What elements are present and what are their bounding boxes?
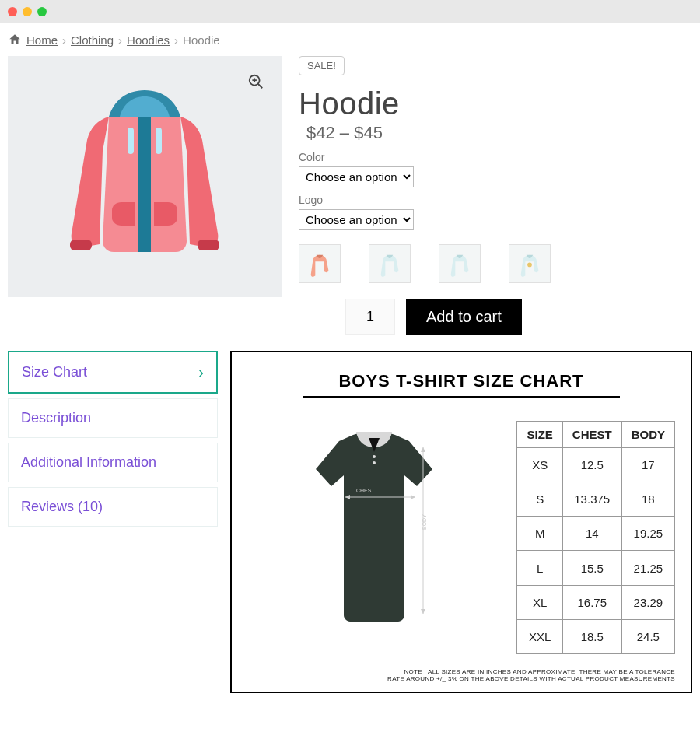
tab-reviews[interactable]: Reviews (10) bbox=[8, 487, 218, 527]
size-table-cell: 16.75 bbox=[562, 585, 621, 619]
breadcrumb-current: Hoodie bbox=[183, 33, 220, 47]
size-chart-illustration: CHEST BODY bbox=[247, 421, 501, 654]
size-table-cell: 19.25 bbox=[621, 517, 674, 551]
size-table-cell: 17 bbox=[621, 448, 674, 482]
product-tabs: Size Chart › Description Additional Info… bbox=[8, 351, 218, 693]
breadcrumb-sep: › bbox=[174, 33, 178, 47]
size-table-row: XS12.517 bbox=[517, 448, 675, 482]
svg-marker-18 bbox=[421, 447, 425, 452]
tab-description[interactable]: Description bbox=[8, 398, 218, 438]
size-table-row: XXL18.524.5 bbox=[517, 619, 675, 653]
cart-row: Add to cart bbox=[345, 299, 692, 335]
tab-additional-info[interactable]: Additional Information bbox=[8, 443, 218, 482]
tab-label: Additional Information bbox=[21, 454, 156, 471]
breadcrumb: Home › Clothing › Hoodies › Hoodie bbox=[0, 23, 700, 56]
size-table-cell: 18.5 bbox=[562, 619, 621, 653]
breadcrumb-sep: › bbox=[118, 33, 122, 47]
size-table-cell: S bbox=[517, 482, 562, 517]
size-table-cell: 12.5 bbox=[562, 448, 621, 482]
size-table-cell: XS bbox=[517, 448, 562, 482]
size-table-cell: 15.5 bbox=[562, 551, 621, 585]
swatch-row bbox=[299, 244, 692, 283]
svg-marker-15 bbox=[411, 495, 415, 499]
product-summary: SALE! Hoodie $42 – $45 Color Choose an o… bbox=[299, 56, 692, 335]
size-table-cell: XXL bbox=[517, 619, 562, 653]
swatch-2[interactable] bbox=[369, 244, 411, 283]
swatch-4[interactable] bbox=[509, 244, 551, 283]
size-table-cell: 13.375 bbox=[562, 482, 621, 517]
tab-label: Description bbox=[21, 410, 91, 426]
product-section: SALE! Hoodie $42 – $45 Color Choose an o… bbox=[0, 56, 700, 351]
lower-section: Size Chart › Description Additional Info… bbox=[0, 351, 700, 709]
size-table-cell: XL bbox=[517, 585, 562, 619]
size-table-header: SIZE bbox=[517, 422, 562, 448]
swatch-3[interactable] bbox=[439, 244, 481, 283]
color-select[interactable]: Choose an option bbox=[299, 166, 414, 187]
size-table-row: M1419.25 bbox=[517, 517, 675, 551]
svg-text:BODY: BODY bbox=[422, 514, 427, 530]
breadcrumb-sep: › bbox=[62, 33, 66, 47]
chevron-right-icon: › bbox=[198, 363, 204, 381]
zoom-icon[interactable] bbox=[247, 73, 264, 93]
svg-point-9 bbox=[527, 263, 532, 268]
tab-size-chart[interactable]: Size Chart › bbox=[8, 351, 218, 394]
size-table-header: CHEST bbox=[562, 422, 621, 448]
logo-select[interactable]: Choose an option bbox=[299, 209, 414, 230]
svg-rect-4 bbox=[138, 117, 151, 252]
window-close-dot[interactable] bbox=[8, 7, 17, 16]
window-max-dot[interactable] bbox=[37, 7, 47, 16]
size-table-cell: 18 bbox=[621, 482, 674, 517]
size-table-row: S13.37518 bbox=[517, 482, 675, 517]
size-table-row: XL16.7523.29 bbox=[517, 585, 675, 619]
svg-rect-7 bbox=[70, 240, 92, 250]
window-titlebar bbox=[0, 0, 700, 23]
size-table-cell: 21.25 bbox=[621, 551, 674, 585]
tab-label: Reviews (10) bbox=[21, 499, 103, 515]
svg-line-1 bbox=[258, 84, 263, 89]
size-chart-panel: BOYS T-SHIRT SIZE CHART CHEST BODY bbox=[230, 351, 692, 693]
size-table: SIZECHESTBODY XS12.517S13.37518M1419.25L… bbox=[516, 421, 675, 654]
color-label: Color bbox=[299, 151, 692, 163]
svg-rect-8 bbox=[198, 240, 219, 250]
svg-rect-6 bbox=[156, 128, 162, 154]
breadcrumb-hoodies[interactable]: Hoodies bbox=[127, 33, 170, 47]
svg-point-11 bbox=[373, 455, 376, 458]
size-table-cell: M bbox=[517, 517, 562, 551]
svg-text:CHEST: CHEST bbox=[356, 488, 375, 493]
svg-point-12 bbox=[373, 461, 376, 464]
svg-marker-19 bbox=[421, 609, 425, 614]
hoodie-image bbox=[51, 79, 238, 274]
sale-badge: SALE! bbox=[299, 56, 345, 75]
breadcrumb-clothing[interactable]: Clothing bbox=[71, 33, 114, 47]
logo-label: Logo bbox=[299, 194, 692, 206]
size-table-cell: 24.5 bbox=[621, 619, 674, 653]
size-table-cell: L bbox=[517, 551, 562, 585]
size-table-header: BODY bbox=[621, 422, 674, 448]
size-chart-note: NOTE : ALL SIZES ARE IN INCHES AND APPRO… bbox=[247, 668, 675, 682]
window-min-dot[interactable] bbox=[23, 7, 32, 16]
home-icon[interactable] bbox=[8, 33, 22, 47]
breadcrumb-home[interactable]: Home bbox=[26, 33, 58, 47]
quantity-input[interactable] bbox=[345, 299, 395, 335]
size-table-cell: 23.29 bbox=[621, 585, 674, 619]
size-chart-title: BOYS T-SHIRT SIZE CHART bbox=[303, 371, 620, 398]
tab-label: Size Chart bbox=[22, 364, 87, 380]
add-to-cart-button[interactable]: Add to cart bbox=[406, 299, 522, 335]
product-title: Hoodie bbox=[299, 86, 692, 121]
size-table-cell: 14 bbox=[562, 517, 621, 551]
svg-rect-5 bbox=[128, 128, 134, 154]
product-gallery[interactable] bbox=[8, 56, 282, 297]
size-table-row: L15.521.25 bbox=[517, 551, 675, 585]
swatch-1[interactable] bbox=[299, 244, 341, 283]
product-price: $42 – $45 bbox=[306, 123, 692, 143]
